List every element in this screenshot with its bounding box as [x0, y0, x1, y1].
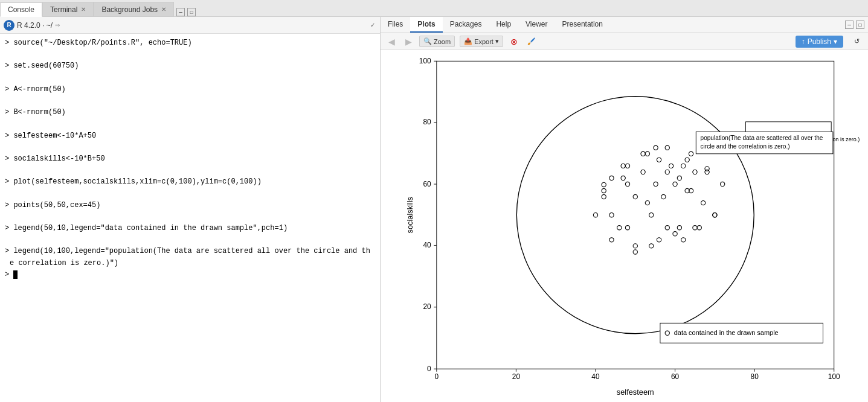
- svg-text:0: 0: [435, 372, 439, 381]
- right-panel: Files Plots Packages Help Viewer Present…: [381, 17, 868, 402]
- console-line-blank-3: [5, 95, 375, 107]
- publish-arrow-icon: ↑: [802, 37, 805, 46]
- svg-rect-1: [437, 61, 834, 369]
- console-r-version: R 4.2.0 · ~/: [17, 21, 53, 30]
- console-line-cursor[interactable]: >: [5, 269, 375, 281]
- plots-tab-plots[interactable]: Plots: [410, 17, 442, 33]
- console-line-blank-9: [5, 234, 375, 246]
- left-window-controls: ─ □: [176, 8, 196, 16]
- console-line-blank-4: [5, 118, 375, 130]
- svg-text:selfesteem: selfesteem: [617, 388, 654, 397]
- console-line-3: > A<-rnorm(50): [5, 84, 375, 95]
- svg-text:0: 0: [427, 365, 431, 373]
- console-line-2: > set.seed(60750): [5, 60, 375, 72]
- plots-tab-help[interactable]: Help: [489, 17, 518, 33]
- svg-text:population(The data are scatte: population(The data are scattered all ov…: [701, 135, 823, 141]
- console-line-10: > legend(10,100,legend="population(The d…: [5, 246, 375, 257]
- right-maximize-button[interactable]: □: [856, 21, 864, 29]
- svg-text:20: 20: [512, 372, 521, 381]
- svg-text:80: 80: [423, 118, 431, 126]
- brush-icon: 🖌️: [527, 37, 536, 45]
- svg-text:40: 40: [423, 241, 431, 249]
- plots-tab-viewer[interactable]: Viewer: [518, 17, 555, 33]
- svg-text:20: 20: [423, 302, 431, 311]
- export-chevron-icon: ▾: [495, 37, 499, 45]
- svg-text:40: 40: [591, 372, 600, 381]
- svg-text:60: 60: [671, 372, 680, 381]
- svg-text:100: 100: [828, 372, 840, 381]
- brush-button[interactable]: 🖌️: [525, 36, 538, 46]
- plots-tab-packages[interactable]: Packages: [443, 17, 489, 33]
- zoom-label: Zoom: [434, 38, 451, 45]
- plots-header: Files Plots Packages Help Viewer Present…: [381, 17, 868, 33]
- publish-button[interactable]: ↑ Publish ▾: [796, 36, 843, 48]
- publish-label: Publish: [808, 37, 831, 46]
- console-line-4: > B<-rnorm(50): [5, 107, 375, 118]
- left-panel: R R 4.2.0 · ~/ ⇒ ✓ > source("~/Desktop/R…: [0, 17, 381, 402]
- clear-console-button[interactable]: ✓: [369, 21, 376, 30]
- console-line-5: > selfesteem<-10*A+50: [5, 130, 375, 142]
- console-line-blank-8: [5, 211, 375, 223]
- console-line-7: > plot(selfesteem,socialskills,xlim=c(0,…: [5, 176, 375, 188]
- plots-tab-presentation[interactable]: Presentation: [555, 17, 610, 33]
- tab-console[interactable]: Console: [0, 2, 42, 17]
- console-line-blank-6: [5, 165, 375, 176]
- console-line-10-cont: e correlation is zero.)"): [5, 258, 375, 269]
- tab-terminal[interactable]: Terminal ✕: [42, 2, 94, 16]
- right-window-controls: ─ □: [845, 17, 868, 33]
- plots-tab-files[interactable]: Files: [381, 17, 410, 33]
- delete-icon: ⊗: [510, 37, 518, 46]
- svg-text:data contained in the drawn sa: data contained in the drawn sample: [674, 329, 779, 336]
- minimize-button[interactable]: ─: [176, 8, 185, 16]
- svg-text:80: 80: [751, 372, 759, 381]
- refresh-button[interactable]: ↺: [850, 36, 863, 46]
- console-line-blank-2: [5, 72, 375, 84]
- tab-terminal-label: Terminal: [50, 5, 77, 14]
- tab-background-jobs[interactable]: Background Jobs ✕: [94, 2, 174, 16]
- tab-bar: Console Terminal ✕ Background Jobs ✕ ─ □: [0, 0, 868, 17]
- console-line-blank-1: [5, 49, 375, 60]
- console-toolbar: R R 4.2.0 · ~/ ⇒ ✓: [0, 17, 380, 34]
- svg-text:60: 60: [423, 180, 431, 188]
- tab-background-jobs-close[interactable]: ✕: [161, 6, 166, 13]
- console-line-blank-7: [5, 188, 375, 199]
- export-icon: 📤: [464, 37, 472, 45]
- console-line-8: > points(50,50,cex=45): [5, 200, 375, 211]
- maximize-button[interactable]: □: [187, 8, 196, 16]
- tab-background-jobs-label: Background Jobs: [101, 5, 158, 14]
- refresh-icon: ↺: [854, 37, 860, 45]
- zoom-icon: 🔍: [423, 37, 432, 45]
- console-output: > source("~/Desktop/R/points.R", echo=TR…: [0, 34, 380, 402]
- svg-text:circle and the correlation is : circle and the correlation is zero.): [701, 143, 790, 150]
- forward-arrow-icon: ⇒: [55, 20, 60, 30]
- svg-text:socialskills: socialskills: [405, 197, 414, 233]
- console-line-blank-5: [5, 142, 375, 153]
- plots-toolbar: ◀ ▶ 🔍 Zoom 📤 Export ▾ ⊗ 🖌️ ↑ Publish ▾: [381, 33, 868, 50]
- r-icon: R: [4, 20, 14, 31]
- console-line-1: > source("~/Desktop/R/points.R", echo=TR…: [5, 37, 375, 49]
- tab-console-label: Console: [8, 5, 34, 14]
- delete-plot-button[interactable]: ⊗: [508, 36, 520, 48]
- zoom-button[interactable]: 🔍 Zoom: [419, 36, 455, 47]
- plot-back-button[interactable]: ◀: [385, 36, 397, 48]
- plot-area: 0 20 40 60 80 100 selfesteem 0: [381, 50, 868, 402]
- console-line-9: > legend(50,10,legend="data contained in…: [5, 223, 375, 234]
- main-content: R R 4.2.0 · ~/ ⇒ ✓ > source("~/Desktop/R…: [0, 17, 868, 402]
- publish-chevron-icon: ▾: [834, 37, 837, 46]
- svg-text:100: 100: [419, 57, 431, 65]
- scatter-plot: 0 20 40 60 80 100 selfesteem 0: [381, 50, 868, 402]
- tab-terminal-close[interactable]: ✕: [81, 6, 86, 13]
- export-label: Export: [474, 38, 493, 45]
- right-minimize-button[interactable]: ─: [845, 21, 854, 29]
- plot-forward-button[interactable]: ▶: [402, 36, 414, 48]
- export-button[interactable]: 📤 Export ▾: [460, 36, 503, 47]
- console-line-6: > socialskills<-10*B+50: [5, 153, 375, 165]
